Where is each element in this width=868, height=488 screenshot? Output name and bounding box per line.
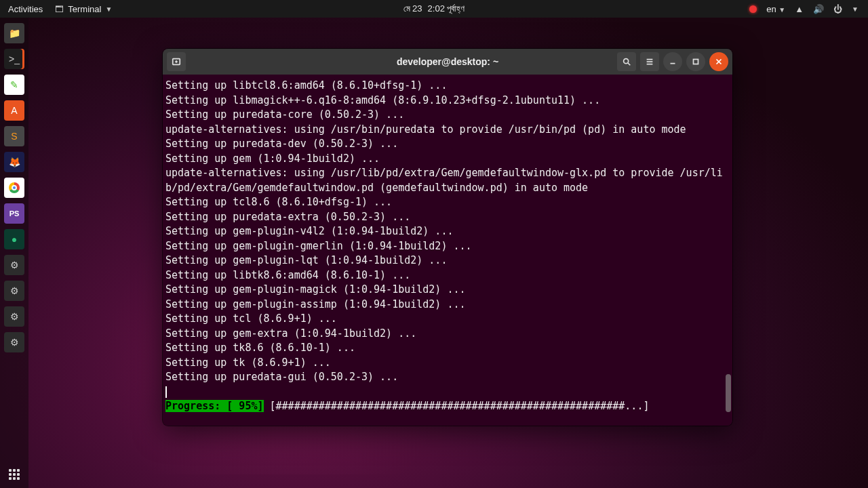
- terminal-line: Setting up gem-extra (1:0.94-1build2) ..…: [165, 327, 730, 342]
- dock-chrome[interactable]: [4, 178, 24, 198]
- dock-phpstorm[interactable]: PS: [4, 203, 24, 224]
- activities-button[interactable]: Activities: [8, 4, 43, 14]
- search-icon: [622, 57, 631, 66]
- new-tab-button[interactable]: [167, 52, 186, 71]
- terminal-line: Setting up puredata-dev (0.50.2-3) ...: [165, 137, 730, 152]
- new-tab-icon: [172, 57, 181, 66]
- svg-rect-2: [694, 60, 698, 64]
- hamburger-icon: [645, 57, 654, 66]
- svg-point-1: [624, 59, 629, 64]
- terminal-line: Setting up gem-plugin-v4l2 (1:0.94-1buil…: [165, 224, 730, 239]
- terminal-window: developer@desktop: ~ Setting up libtcl8.…: [163, 49, 732, 426]
- close-icon: [714, 57, 724, 66]
- terminal-line: update-alternatives: using /usr/lib/pd/e…: [165, 166, 730, 195]
- terminal-output[interactable]: Setting up libtcl8.6:amd64 (8.6.10+dfsg-…: [163, 75, 732, 426]
- terminal-line: Setting up gem (1:0.94-1build2) ...: [165, 152, 730, 167]
- terminal-line: Setting up puredata-extra (0.50.2-3) ...: [165, 210, 730, 225]
- maximize-button[interactable]: [686, 52, 705, 71]
- minimize-button[interactable]: [663, 52, 682, 71]
- terminal-line: Setting up tk (8.6.9+1) ...: [165, 356, 730, 371]
- show-applications-button[interactable]: [0, 469, 28, 480]
- terminal-line: Setting up libtcl8.6:amd64 (8.6.10+dfsg-…: [165, 79, 730, 94]
- chrome-icon: [9, 182, 20, 193]
- dock-app-2[interactable]: ⚙: [4, 281, 24, 301]
- wifi-icon[interactable]: ▲: [795, 4, 804, 14]
- apps-grid-icon: [9, 469, 20, 480]
- chevron-down-icon: ▼: [778, 6, 785, 14]
- terminal-line: Setting up tk8.6 (8.6.10-1) ...: [165, 341, 730, 356]
- dock: 📁 >_ ✎ A S 🦊 PS ● ⚙ ⚙ ⚙ ⚙: [0, 18, 28, 488]
- screen-record-indicator[interactable]: [749, 5, 757, 13]
- volume-icon[interactable]: 🔊: [813, 4, 824, 14]
- dock-firefox[interactable]: 🦊: [4, 152, 24, 172]
- power-icon[interactable]: ⏻: [833, 4, 842, 14]
- top-panel: Activities 🗔 Terminal ▼ মে 23 2:02 পূর্ব…: [0, 0, 868, 18]
- dock-green-app[interactable]: ●: [4, 229, 24, 249]
- clock[interactable]: মে 23 2:02 পূর্বাহ্ণ: [403, 3, 465, 14]
- dock-app-3[interactable]: ⚙: [4, 306, 24, 327]
- terminal-small-icon: 🗔: [55, 4, 64, 14]
- dock-app-4[interactable]: ⚙: [4, 332, 24, 352]
- chevron-down-icon: ▼: [105, 5, 112, 13]
- clock-date: মে 23: [403, 3, 422, 14]
- dock-software[interactable]: A: [4, 100, 24, 121]
- dock-sublime[interactable]: S: [4, 126, 24, 146]
- apt-progress-line: Progress: [ 95%] [######################…: [165, 399, 730, 414]
- progress-bar: [#######################################…: [264, 400, 656, 412]
- dock-files[interactable]: 📁: [4, 23, 24, 43]
- dock-gedit[interactable]: ✎: [4, 75, 24, 95]
- app-menu[interactable]: 🗔 Terminal ▼: [55, 4, 112, 14]
- terminal-line: update-alternatives: using /usr/bin/pure…: [165, 123, 730, 138]
- terminal-line: Setting up gem-plugin-lqt (1:0.94-1build…: [165, 253, 730, 268]
- minimize-icon: [668, 57, 677, 66]
- terminal-line: Setting up gem-plugin-assimp (1:0.94-1bu…: [165, 298, 730, 312]
- terminal-line: Setting up puredata-core (0.50.2-3) ...: [165, 108, 730, 123]
- terminal-cursor: [165, 386, 167, 398]
- progress-label: Progress: [ 95%]: [165, 400, 264, 412]
- terminal-scrollbar[interactable]: [724, 75, 731, 426]
- dock-terminal[interactable]: >_: [4, 49, 24, 69]
- window-titlebar[interactable]: developer@desktop: ~: [163, 49, 732, 75]
- search-button[interactable]: [617, 52, 636, 71]
- terminal-line: Setting up tcl8.6 (8.6.10+dfsg-1) ...: [165, 195, 730, 210]
- clock-time: 2:02 পূর্বাহ্ণ: [428, 3, 465, 14]
- chevron-down-icon[interactable]: ▼: [852, 5, 859, 13]
- terminal-line: Setting up libtk8.6:amd64 (8.6.10-1) ...: [165, 268, 730, 283]
- terminal-line: Setting up tcl (8.6.9+1) ...: [165, 312, 730, 327]
- maximize-icon: [691, 57, 701, 66]
- terminal-line: Setting up libmagick++-6.q16-8:amd64 (8:…: [165, 94, 730, 108]
- menu-button[interactable]: [640, 52, 659, 71]
- terminal-line: Setting up gem-plugin-gmerlin (1:0.94-1b…: [165, 239, 730, 254]
- close-button[interactable]: [709, 52, 728, 71]
- window-title: developer@desktop: ~: [397, 56, 498, 67]
- terminal-line: Setting up puredata-gui (0.50.2-3) ...: [165, 370, 730, 385]
- terminal-line: Setting up gem-plugin-magick (1:0.94-1bu…: [165, 283, 730, 298]
- input-language[interactable]: en ▼: [766, 4, 785, 14]
- dock-app-1[interactable]: ⚙: [4, 255, 24, 275]
- scrollbar-thumb[interactable]: [726, 374, 731, 412]
- app-menu-label: Terminal: [68, 4, 101, 14]
